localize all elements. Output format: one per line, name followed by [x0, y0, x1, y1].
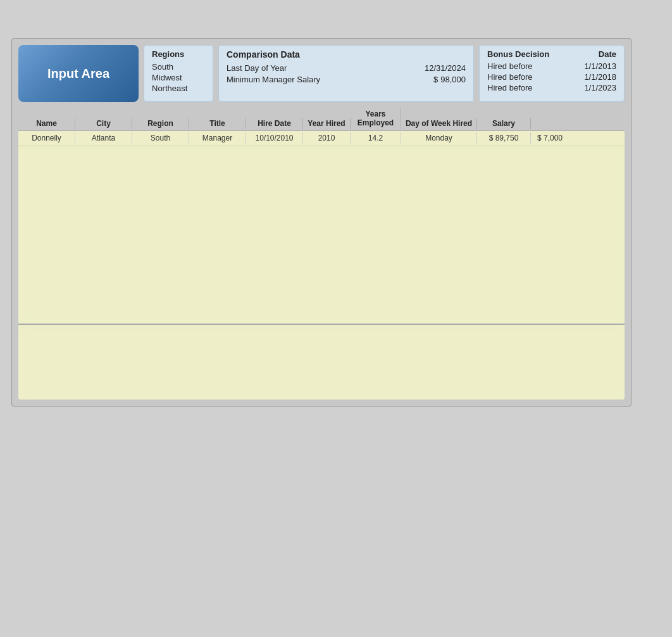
- bonus-row-1: Hired before 1/1/2018: [487, 72, 616, 82]
- comparison-value-1: $ 98,000: [433, 75, 466, 84]
- comparison-value-0: 12/31/2024: [422, 63, 466, 73]
- bonus-row-0: Hired before 1/1/2013: [487, 61, 616, 71]
- td-dayofweek: Monday: [401, 132, 477, 144]
- td-extra: $ 7,000: [531, 132, 569, 144]
- top-row: Input Area Regions South Midwest Northea…: [18, 45, 625, 102]
- td-region: South: [132, 132, 189, 144]
- region-south: South: [152, 61, 205, 72]
- blurred-rows-area: [18, 146, 625, 324]
- bottom-section: [18, 324, 625, 400]
- bonus-date-1: 1/1/2018: [584, 72, 616, 82]
- th-name: Name: [18, 118, 75, 129]
- comparison-row-0: Last Day of Year 12/31/2024: [227, 63, 466, 73]
- comparison-box: Comparison Data Last Day of Year 12/31/2…: [218, 45, 474, 102]
- th-hiredate: Hire Date: [246, 118, 303, 129]
- comparison-label-1: Minimum Manager Salary: [227, 75, 320, 84]
- th-yearhired: Year Hired: [303, 118, 351, 129]
- td-yearhired: 2010: [303, 132, 351, 144]
- comparison-row-1: Minimum Manager Salary $ 98,000: [227, 75, 466, 84]
- th-dayofweek: Day of Week Hired: [401, 118, 477, 129]
- th-salary: Salary: [477, 118, 531, 129]
- region-northeast: Northeast: [152, 83, 205, 94]
- td-name: Donnelly: [18, 132, 75, 144]
- input-area-label: Input Area: [47, 66, 109, 81]
- comparison-label-0: Last Day of Year: [227, 63, 287, 73]
- table-row: Donnelly Atlanta South Manager 10/10/201…: [18, 131, 625, 146]
- region-midwest: Midwest: [152, 72, 205, 83]
- th-region: Region: [132, 118, 189, 129]
- regions-box: Regions South Midwest Northeast: [144, 45, 213, 102]
- bonus-box: Bonus Decision Date Hired before 1/1/201…: [479, 45, 625, 102]
- td-city: Atlanta: [75, 132, 132, 144]
- td-title: Manager: [189, 132, 246, 144]
- table-wrapper: Name City Region Title Hire Date Year Hi…: [18, 106, 625, 400]
- main-container: Input Area Regions South Midwest Northea…: [11, 38, 632, 407]
- table-body: Donnelly Atlanta South Manager 10/10/201…: [18, 131, 625, 324]
- comparison-amount-1: 98,000: [440, 75, 466, 84]
- table-header: Name City Region Title Hire Date Year Hi…: [18, 106, 625, 131]
- th-extra: [531, 127, 569, 129]
- regions-title: Regions: [152, 49, 205, 59]
- bonus-date-2: 1/1/2023: [584, 83, 616, 92]
- comparison-title: Comparison Data: [227, 49, 466, 60]
- bonus-decision-0: Hired before: [487, 61, 533, 71]
- comparison-amount-0: 12/31/2024: [425, 63, 466, 73]
- th-city: City: [75, 118, 132, 129]
- th-title: Title: [189, 118, 246, 129]
- td-hiredate: 10/10/2010: [246, 132, 303, 144]
- bonus-date-0: 1/1/2013: [584, 61, 616, 71]
- input-area-box: Input Area: [18, 45, 139, 102]
- bonus-header-row: Bonus Decision Date: [487, 49, 616, 59]
- th-yearsemployed: YearsEmployed: [351, 108, 401, 129]
- bonus-decision-2: Hired before: [487, 83, 533, 92]
- bonus-header-date: Date: [599, 49, 616, 59]
- td-salary: $ 89,750: [477, 132, 531, 144]
- comparison-currency-1: $: [433, 75, 438, 84]
- bonus-row-2: Hired before 1/1/2023: [487, 83, 616, 92]
- td-yearsemployed: 14.2: [351, 132, 401, 144]
- bonus-header-decision: Bonus Decision: [487, 49, 549, 59]
- bonus-decision-1: Hired before: [487, 72, 533, 82]
